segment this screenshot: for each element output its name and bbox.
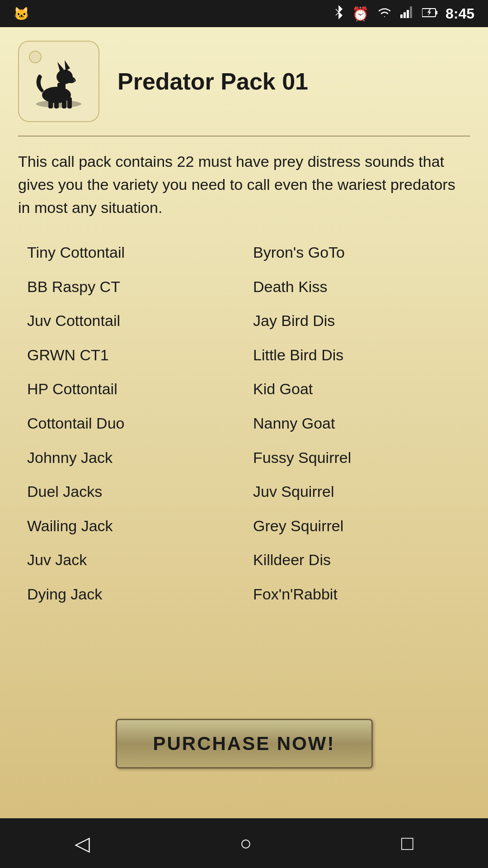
bluetooth-icon [334, 5, 344, 23]
list-item: Wailing Jack [18, 511, 244, 542]
list-item: Jay Bird Dis [244, 306, 470, 336]
notification-icon: 🐱 [14, 6, 29, 21]
clock-time: 8:45 [446, 5, 474, 22]
svg-point-18 [73, 80, 76, 82]
list-item: GRWN CT1 [18, 340, 244, 371]
list-item: Cottontail Duo [18, 408, 244, 439]
svg-rect-16 [62, 97, 66, 108]
svg-marker-12 [65, 60, 70, 71]
list-item: Dying Jack [18, 579, 244, 610]
purchase-area: PURCHASE NOW! [18, 628, 470, 805]
list-item: Kid Goat [244, 374, 470, 405]
list-item: Byron's GoTo [244, 237, 470, 268]
svg-rect-1 [404, 12, 406, 18]
right-sound-column: Byron's GoTo Death Kiss Jay Bird Dis Lit… [244, 237, 470, 610]
sound-list: Tiny Cottontail BB Raspy CT Juv Cottonta… [18, 237, 470, 610]
list-item: Grey Squirrel [244, 511, 470, 542]
list-item: Little Bird Dis [244, 340, 470, 371]
app-icon [18, 41, 99, 122]
svg-rect-17 [67, 97, 72, 108]
back-button[interactable] [75, 832, 90, 855]
signal-icon [400, 6, 414, 21]
battery-icon [422, 6, 437, 21]
svg-rect-13 [57, 83, 66, 90]
list-item: Juv Jack [18, 545, 244, 576]
home-button[interactable] [239, 832, 252, 854]
page-title: Predator Pack 01 [117, 68, 308, 95]
left-sound-column: Tiny Cottontail BB Raspy CT Juv Cottonta… [18, 237, 244, 610]
svg-rect-14 [48, 97, 53, 108]
list-item: Tiny Cottontail [18, 237, 244, 268]
list-item: Juv Squirrel [244, 476, 470, 507]
svg-rect-3 [410, 6, 412, 18]
list-item: Johnny Jack [18, 443, 244, 473]
list-item: HP Cottontail [18, 374, 244, 405]
list-item: Nanny Goat [244, 408, 470, 439]
list-item: Duel Jacks [18, 476, 244, 507]
page-header: Predator Pack 01 [18, 41, 470, 122]
list-item: Fox'n'Rabbit [244, 579, 470, 610]
status-bar: 🐱 ⏰ [0, 0, 488, 27]
list-item: BB Raspy CT [18, 272, 244, 302]
svg-rect-15 [54, 97, 59, 108]
description-text: This call pack contains 22 must have pre… [18, 150, 470, 219]
svg-rect-0 [400, 14, 403, 18]
svg-rect-5 [436, 11, 437, 14]
wifi-icon [377, 6, 392, 21]
list-item: Killdeer Dis [244, 545, 470, 576]
status-bar-right: ⏰ 8:45 [334, 5, 474, 23]
moon-decoration [29, 51, 42, 63]
list-item: Death Kiss [244, 272, 470, 302]
header-divider [18, 136, 470, 137]
purchase-now-button[interactable]: PURCHASE NOW! [116, 719, 373, 769]
recents-button[interactable] [401, 832, 413, 854]
svg-rect-2 [407, 10, 409, 18]
list-item: Fussy Squirrel [244, 443, 470, 473]
status-bar-left: 🐱 [14, 6, 29, 21]
bottom-nav [0, 818, 488, 868]
list-item: Juv Cottontail [18, 306, 244, 336]
main-content: Predator Pack 01 This call pack contains… [0, 27, 488, 818]
alarm-icon: ⏰ [352, 6, 369, 22]
